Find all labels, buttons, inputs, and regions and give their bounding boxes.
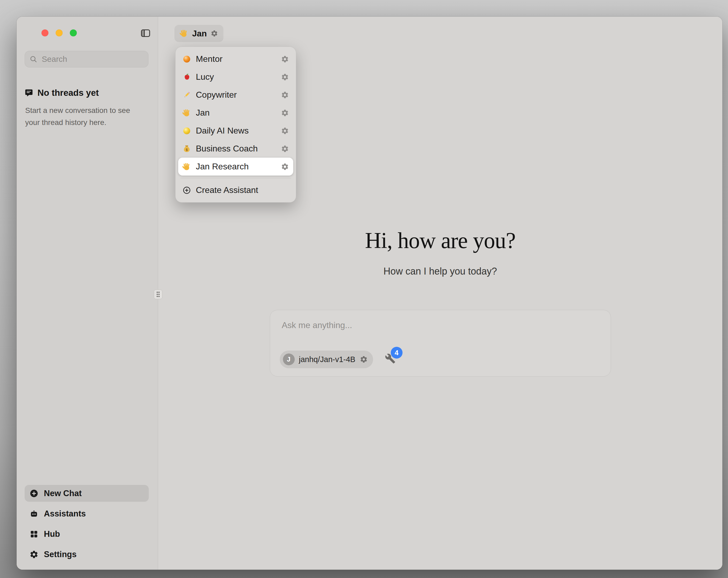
minimize-window-button[interactable] — [56, 29, 62, 36]
hub-grid-icon — [29, 530, 38, 539]
gear-icon[interactable] — [281, 127, 289, 135]
plus-circle-icon — [29, 489, 38, 498]
sidebar: No threads yet Start a new conversation … — [17, 17, 158, 570]
model-name-label: janhq/Jan-v1-4B — [299, 355, 355, 364]
yellow-sphere-icon — [182, 127, 191, 135]
gear-icon[interactable] — [281, 163, 289, 171]
desktop-background: No threads yet Start a new conversation … — [0, 0, 728, 578]
assistant-menu-item-lucy[interactable]: Lucy — [178, 68, 293, 86]
empty-threads-description: Start a new conversation to see your thr… — [25, 104, 145, 128]
greeting-title: Hi, how are you? — [158, 227, 722, 253]
assistant-menu-item-business-coach[interactable]: Business Coach — [178, 140, 293, 158]
assistant-menu-item-label: Copywriter — [196, 90, 276, 100]
sidebar-resize-handle[interactable] — [154, 290, 162, 299]
zoom-window-button[interactable] — [70, 29, 77, 36]
sidebar-nav: New Chat Assistants Hub Settings — [25, 485, 149, 563]
waving-hand-icon — [180, 29, 188, 38]
gear-icon[interactable] — [281, 73, 289, 81]
sidebar-item-assistants[interactable]: Assistants — [25, 505, 149, 522]
assistant-selector-button[interactable]: Jan — [175, 25, 224, 42]
waving-hand-icon — [182, 162, 191, 171]
model-settings-gear-icon[interactable] — [360, 355, 368, 363]
pencil-icon — [182, 91, 191, 99]
assistant-menu-item-label: Daily AI News — [196, 126, 276, 136]
gear-icon[interactable] — [281, 91, 289, 99]
drag-dots-icon — [155, 291, 161, 298]
chat-input[interactable] — [270, 310, 610, 350]
app-window: No threads yet Start a new conversation … — [17, 17, 722, 570]
assistant-menu-item-label: Business Coach — [196, 144, 276, 154]
assistant-menu-item-jan[interactable]: Jan — [178, 104, 293, 122]
nav-item-label: New Chat — [44, 488, 82, 498]
assistant-menu-item-label: Mentor — [196, 54, 276, 64]
assistant-menu-item-copywriter[interactable]: Copywriter — [178, 86, 293, 104]
nav-item-label: Settings — [44, 550, 77, 559]
sidebar-toggle-icon — [140, 28, 151, 39]
assistant-menu: Mentor Lucy Copywriter Jan — [175, 47, 296, 203]
empty-threads-title: No threads yet — [37, 88, 99, 98]
create-assistant-button[interactable]: Create Assistant — [178, 181, 293, 199]
greeting-block: Hi, how are you? How can I help you toda… — [158, 227, 722, 277]
sidebar-item-new-chat[interactable]: New Chat — [25, 485, 149, 502]
assistant-menu-item-label: Jan — [196, 108, 276, 118]
money-bag-icon — [182, 145, 191, 153]
orange-sphere-icon — [182, 55, 191, 64]
sidebar-toggle-button[interactable] — [140, 27, 151, 39]
gear-icon[interactable] — [281, 109, 289, 117]
sidebar-item-settings[interactable]: Settings — [25, 546, 149, 563]
nav-item-label: Assistants — [44, 509, 86, 519]
apple-icon — [182, 73, 191, 81]
gear-icon[interactable] — [281, 55, 289, 63]
main-area: Jan Mentor Lucy Copywriter — [158, 17, 722, 570]
search-box[interactable] — [25, 51, 149, 68]
assistants-icon — [29, 509, 38, 518]
model-selector-button[interactable]: J janhq/Jan-v1-4B — [280, 351, 373, 368]
chat-bubble-icon — [25, 89, 33, 97]
gear-icon[interactable] — [281, 145, 289, 153]
gear-icon — [29, 550, 38, 559]
model-avatar: J — [283, 353, 294, 365]
close-window-button[interactable] — [42, 29, 48, 36]
tools-button[interactable]: 4 — [385, 353, 397, 366]
chat-composer: J janhq/Jan-v1-4B 4 — [270, 310, 611, 377]
assistant-menu-item-jan-research[interactable]: Jan Research — [178, 158, 293, 176]
assistant-menu-item-mentor[interactable]: Mentor — [178, 50, 293, 68]
window-controls — [42, 29, 77, 36]
greeting-subtitle: How can I help you today? — [158, 266, 722, 277]
sidebar-item-hub[interactable]: Hub — [25, 526, 149, 543]
nav-item-label: Hub — [44, 529, 60, 539]
waving-hand-icon — [182, 109, 191, 117]
assistant-settings-gear-icon[interactable] — [211, 30, 218, 37]
search-input[interactable] — [41, 54, 146, 64]
empty-threads-state: No threads yet Start a new conversation … — [25, 88, 145, 128]
assistant-menu-item-daily-ai-news[interactable]: Daily AI News — [178, 122, 293, 140]
search-icon — [29, 55, 37, 63]
composer-controls: J janhq/Jan-v1-4B 4 — [280, 351, 397, 368]
plus-circle-outline-icon — [182, 186, 191, 195]
create-assistant-label: Create Assistant — [196, 185, 289, 195]
tools-count-badge: 4 — [391, 347, 402, 358]
assistant-menu-item-label: Jan Research — [196, 161, 276, 172]
current-assistant-label: Jan — [192, 29, 207, 39]
assistant-menu-item-label: Lucy — [196, 72, 276, 82]
